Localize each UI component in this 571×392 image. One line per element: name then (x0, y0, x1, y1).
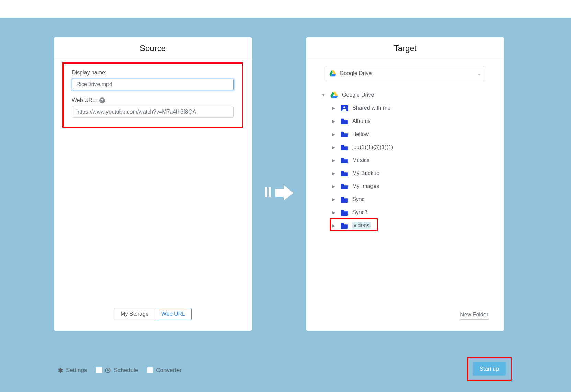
tree-item-label: Albums (352, 118, 370, 124)
tree-item-albums[interactable]: ▶Albums (320, 115, 490, 128)
folder-icon (341, 170, 348, 176)
schedule-checkbox[interactable] (96, 367, 102, 373)
caret-right-icon: ▶ (332, 145, 336, 149)
source-tabs: My StorageWeb URL (54, 308, 252, 320)
tree-item-shared-with-me[interactable]: ▶Shared with me (320, 102, 490, 115)
folder-icon (341, 183, 348, 189)
folder-icon (341, 222, 348, 229)
folder-icon (341, 209, 348, 216)
tree-item-label: My Backup (352, 170, 379, 176)
caret-right-icon: ▶ (332, 171, 336, 175)
tree-item-label: My Images (352, 183, 379, 189)
source-form-highlighted: Display name: Web URL: ? (62, 62, 243, 128)
caret-right-icon: ▶ (332, 119, 336, 123)
settings-button[interactable]: Settings (57, 367, 87, 374)
target-selector-label: Google Drive (340, 70, 477, 77)
start-up-button[interactable]: Start up (473, 362, 506, 376)
target-title: Target (306, 37, 504, 59)
svg-rect-6 (341, 171, 344, 172)
display-name-label: Display name: (72, 70, 234, 76)
gear-icon (57, 367, 63, 373)
source-panel: Source Display name: Web URL: ? My Stora… (54, 37, 252, 331)
tree-item-label: Shared with me (352, 105, 390, 111)
caret-down-icon: ▼ (321, 93, 326, 97)
target-panel: Target Google Drive ⌄ ▼ Goog (306, 37, 504, 331)
schedule-toggle[interactable]: Schedule (96, 367, 138, 374)
tree-item-label: videos (352, 222, 371, 229)
tree-item-label: juu(1)(1)(3)(1)(1) (352, 144, 393, 150)
tree-item-label: Hellow (352, 131, 369, 137)
svg-rect-3 (341, 132, 344, 133)
tree-item-sync3[interactable]: ▶Sync3 (320, 206, 490, 219)
tree-item-juu-1-1-3-1-1-[interactable]: ▶juu(1)(1)(3)(1)(1) (320, 141, 490, 154)
svg-rect-4 (341, 145, 344, 146)
tree-item-label: Sync3 (352, 209, 367, 216)
tree-item-hellow[interactable]: ▶Hellow (320, 128, 490, 141)
svg-point-1 (343, 106, 345, 108)
caret-right-icon: ▶ (332, 106, 336, 110)
caret-right-icon: ▶ (332, 132, 336, 136)
caret-right-icon: ▶ (332, 223, 336, 228)
bottom-bar: Settings Schedule Converter (57, 367, 182, 374)
folder-icon (341, 144, 348, 150)
tree-root[interactable]: ▼ Google Drive (320, 89, 490, 102)
folder-icon (341, 131, 348, 137)
app-stage: Source Display name: Web URL: ? My Stora… (0, 18, 571, 392)
web-url-label-text: Web URL: (72, 97, 97, 103)
svg-rect-5 (341, 158, 344, 159)
tab-web-url[interactable]: Web URL (155, 308, 192, 320)
caret-right-icon: ▶ (332, 210, 336, 215)
help-icon[interactable]: ? (99, 97, 105, 103)
tree-item-videos[interactable]: ▶videos (320, 219, 490, 232)
svg-rect-8 (341, 197, 344, 198)
svg-rect-7 (341, 184, 344, 185)
svg-rect-2 (341, 119, 344, 120)
folder-tree: ▼ Google Drive ▶Shared with me▶Albums▶He… (320, 89, 490, 232)
tree-item-label: Sync (352, 196, 365, 203)
tree-item-sync[interactable]: ▶Sync (320, 193, 490, 206)
caret-right-icon: ▶ (332, 184, 336, 188)
tab-my-storage[interactable]: My Storage (114, 308, 155, 320)
caret-right-icon: ▶ (332, 197, 336, 201)
new-folder-button[interactable]: New Folder (460, 312, 488, 320)
startup-highlight-box: Start up (467, 357, 512, 381)
tree-item-label: Musics (352, 157, 369, 163)
shared-folder-icon (341, 105, 348, 111)
schedule-label: Schedule (114, 367, 138, 374)
svg-rect-9 (341, 210, 344, 211)
source-title: Source (54, 37, 252, 59)
converter-label: Converter (156, 367, 182, 374)
web-url-label: Web URL: ? (72, 97, 234, 103)
folder-icon (341, 196, 348, 203)
tree-item-my-images[interactable]: ▶My Images (320, 180, 490, 193)
svg-rect-10 (341, 223, 344, 224)
tree-root-label: Google Drive (342, 92, 374, 98)
settings-label: Settings (66, 367, 87, 374)
arrow-icon (275, 183, 295, 203)
tree-item-my-backup[interactable]: ▶My Backup (320, 167, 490, 180)
caret-right-icon: ▶ (332, 158, 336, 162)
google-drive-icon (330, 92, 338, 98)
web-url-input[interactable] (72, 106, 234, 118)
tree-item-musics[interactable]: ▶Musics (320, 154, 490, 167)
folder-icon (341, 157, 348, 163)
clock-icon (105, 367, 111, 373)
chevron-down-icon: ⌄ (477, 71, 481, 76)
folder-icon (341, 118, 348, 124)
display-name-input[interactable] (72, 79, 234, 90)
transfer-arrow-icon (265, 183, 295, 203)
google-drive-icon (329, 70, 336, 77)
converter-checkbox[interactable] (147, 367, 153, 373)
converter-toggle[interactable]: Converter (147, 367, 182, 374)
target-drive-selector[interactable]: Google Drive ⌄ (324, 67, 486, 80)
arrow-bars (265, 187, 272, 199)
